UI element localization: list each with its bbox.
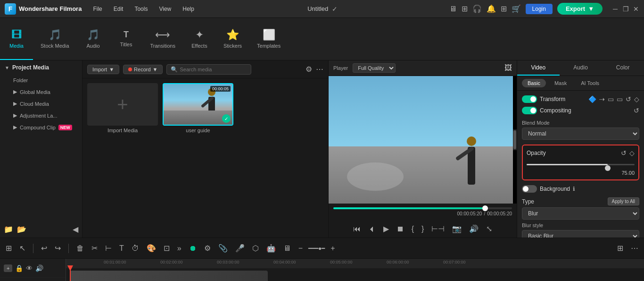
scene-body [468, 147, 475, 185]
add-folder-button[interactable]: 📁 [4, 225, 13, 234]
login-button[interactable]: Login [526, 4, 553, 14]
tl-audio-icon[interactable]: 🔊 [35, 264, 43, 272]
blend-mode-select[interactable]: Normal Dissolve Darken Multiply [522, 128, 639, 140]
subtab-ai-tools[interactable]: AI Tools [575, 79, 605, 87]
compositing-toggle[interactable] [522, 107, 537, 114]
transform-toggle[interactable] [522, 95, 537, 103]
transform-reset-icon[interactable]: ↺ [626, 95, 631, 103]
record-button[interactable]: Record ▼ [123, 65, 163, 74]
tl-color-button[interactable]: 🎨 [145, 242, 158, 254]
project-media-header[interactable]: ▼ Project Media [0, 60, 82, 75]
tl-cut-button[interactable]: ✂ [90, 242, 99, 254]
menu-tools[interactable]: Tools [132, 5, 149, 13]
tl-add-track-left-button[interactable]: + [4, 264, 12, 272]
playhead[interactable] [70, 268, 71, 281]
tl-lock-icon[interactable]: 🔒 [15, 264, 23, 272]
cloud-media-item[interactable]: ▶ Cloud Media [0, 98, 82, 110]
toolbar-templates[interactable]: ⬜ Templates [249, 18, 288, 60]
player-settings-icon[interactable]: 🖼 [504, 64, 512, 72]
tl-eye-icon[interactable]: 👁 [26, 264, 33, 272]
transform-key-icon[interactable]: ◇ [634, 95, 639, 103]
tl-vol-up-button[interactable]: + [329, 243, 337, 254]
tl-speed-button[interactable]: ⏱ [130, 243, 141, 254]
fit-screen-button[interactable]: ⤡ [485, 223, 494, 235]
toolbar-transitions[interactable]: ⟷ Transitions [143, 18, 183, 60]
tl-text-button[interactable]: T [117, 243, 126, 254]
tl-crop-button[interactable]: ⊡ [162, 242, 172, 254]
import-button[interactable]: Import ▼ [87, 65, 119, 74]
tl-screen-button[interactable]: 🖥 [281, 243, 293, 254]
blur-type-select[interactable]: Blur Mosaic Color [522, 207, 639, 220]
import-media-thumb[interactable]: + [87, 83, 158, 126]
compositing-reset-icon[interactable]: ↺ [634, 107, 639, 114]
toolbar-audio[interactable]: 🎵 Audio [77, 18, 110, 60]
menu-file[interactable]: File [91, 5, 104, 13]
minimize-button[interactable]: ─ [612, 6, 619, 12]
mark-in-button[interactable]: { [410, 223, 415, 235]
menu-view[interactable]: View [157, 5, 173, 13]
tl-settings-button[interactable]: ⚙ [202, 242, 213, 254]
global-media-item[interactable]: ▶ Global Media [0, 86, 82, 98]
folder-item[interactable]: Folder [0, 75, 82, 86]
opacity-reset-icon[interactable]: ↺ [621, 149, 627, 157]
maximize-button[interactable]: ❐ [622, 6, 629, 12]
mark-out-button[interactable]: } [420, 223, 425, 235]
tl-track-btn[interactable]: ⬡ [250, 242, 261, 254]
search-input[interactable] [180, 67, 247, 72]
filter-icon[interactable]: ⚙ [305, 65, 312, 74]
user-guide-thumb[interactable]: 00:00:05 ✓ [163, 83, 233, 126]
tab-video[interactable]: Video [517, 60, 560, 76]
background-toggle[interactable] [522, 185, 537, 193]
opacity-slider-thumb[interactable] [605, 165, 611, 171]
quality-select[interactable]: Full Quality Half Quality [353, 63, 396, 73]
tl-select-button[interactable]: ↖ [17, 242, 27, 254]
subtab-mask[interactable]: Mask [549, 79, 572, 87]
tl-delete-button[interactable]: 🗑 [74, 243, 86, 254]
toolbar-titles[interactable]: T Titles [110, 18, 143, 60]
tl-more-button[interactable]: » [175, 243, 183, 254]
collapse-button[interactable]: ◀ [73, 225, 78, 234]
tl-mic-button[interactable]: 🎤 [233, 242, 247, 254]
blur-style-select[interactable]: Basic Blur Gaussian Lens [522, 230, 639, 238]
more-options-icon[interactable]: ⋯ [316, 65, 323, 74]
step-back-button[interactable]: ⏴ [367, 223, 377, 235]
play-button[interactable]: ▶ [382, 223, 390, 235]
toolbar-media[interactable]: 🎞 Media [0, 18, 33, 60]
close-button[interactable]: ✕ [633, 6, 639, 12]
tl-redo-button[interactable]: ↪ [53, 242, 63, 254]
opacity-slider[interactable] [527, 160, 635, 169]
tl-undo-button[interactable]: ↩ [39, 242, 49, 254]
export-button[interactable]: Export ▼ [557, 3, 603, 15]
add-bin-button[interactable]: 📂 [17, 225, 26, 234]
adjustment-layer-item[interactable]: ▶ Adjustment La... [0, 110, 82, 121]
menu-help[interactable]: Help [181, 5, 196, 13]
compound-clip-item[interactable]: ▶ Compound Clip NEW [0, 121, 82, 133]
tl-trim-button[interactable]: ⊢ [103, 242, 114, 254]
tab-audio[interactable]: Audio [560, 60, 602, 76]
tl-vol-down-button[interactable]: − [297, 243, 305, 254]
snapshot-button[interactable]: 📷 [451, 223, 463, 235]
opacity-key-icon[interactable]: ◇ [629, 149, 635, 157]
tl-grid-button[interactable]: ⊞ [615, 242, 625, 254]
subtab-basic[interactable]: Basic [522, 79, 546, 87]
tl-clip-button[interactable]: 📎 [216, 242, 230, 254]
tl-add-track-button[interactable]: ⊞ [4, 242, 14, 254]
toolbar-stock-media[interactable]: 🎵 Stock Media [33, 18, 77, 60]
toolbar-stickers[interactable]: ⭐ Stickers [216, 18, 249, 60]
menu-edit[interactable]: Edit [112, 5, 125, 13]
scrubber-thumb[interactable] [482, 205, 488, 211]
clip-split-button[interactable]: ⊢⊣ [430, 223, 446, 235]
audio-button[interactable]: 🔊 [468, 223, 480, 235]
scrollbar-thumb[interactable] [513, 130, 516, 149]
track-clip-1[interactable] [70, 271, 268, 281]
stop-button[interactable]: ⏹ [395, 223, 405, 235]
tl-zoom-slider[interactable]: ━━━●━ [308, 245, 325, 252]
tl-record-button[interactable]: ⏺ [187, 243, 198, 254]
tl-more-options[interactable]: ⋯ [629, 242, 640, 254]
toolbar-effects[interactable]: ✦ Effects [183, 18, 216, 60]
tab-color[interactable]: Color [602, 60, 644, 76]
apply-to-all-button[interactable]: Apply to All [608, 197, 639, 205]
tl-ai-button[interactable]: 🤖 [264, 242, 278, 254]
go-start-button[interactable]: ⏮ [352, 223, 362, 235]
scrubber-track[interactable] [333, 207, 512, 209]
